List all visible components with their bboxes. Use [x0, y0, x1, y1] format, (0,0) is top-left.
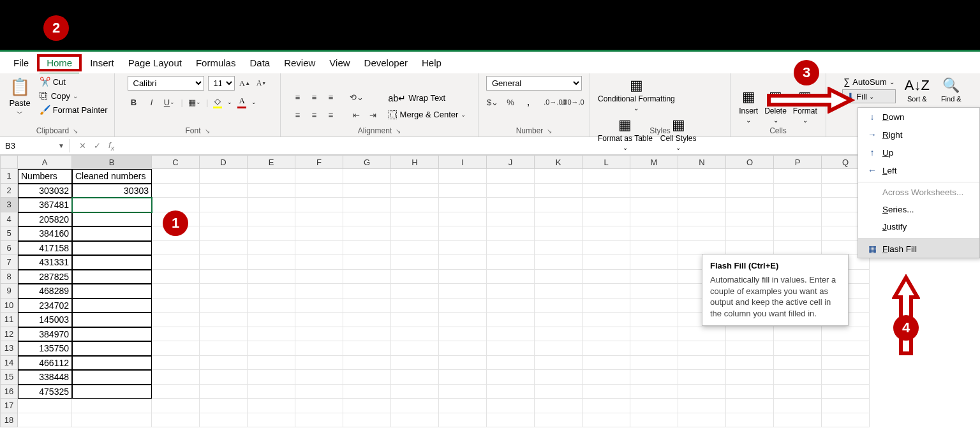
cell-O12[interactable] [726, 327, 774, 342]
cell-I16[interactable] [439, 385, 487, 399]
cell-J3[interactable] [487, 198, 535, 212]
font-size-select[interactable]: 11 [208, 76, 235, 91]
cell-B15[interactable] [72, 370, 152, 385]
cell-F9[interactable] [295, 284, 343, 299]
cell-C10[interactable] [152, 299, 200, 313]
row-header-6[interactable]: 6 [0, 241, 18, 256]
cell-D2[interactable] [200, 184, 248, 198]
row-header-7[interactable]: 7 [0, 255, 18, 270]
cell-K16[interactable] [535, 385, 583, 399]
font-name-select[interactable]: Calibri [128, 76, 204, 91]
cell-N2[interactable] [678, 184, 726, 198]
cell-F11[interactable] [295, 313, 343, 327]
increase-decimal-icon[interactable]: .0→.00 [549, 96, 561, 108]
col-header-A[interactable]: A [18, 155, 72, 169]
cell-A10[interactable]: 234702 [18, 299, 72, 313]
cell-O16[interactable] [726, 385, 774, 399]
cell-J6[interactable] [487, 241, 535, 256]
cell-M6[interactable] [630, 241, 678, 256]
cell-A11[interactable]: 145003 [18, 313, 72, 327]
cell-E2[interactable] [248, 184, 295, 198]
align-right-icon[interactable]: ≡ [325, 109, 338, 122]
cell-N12[interactable] [678, 327, 726, 342]
cell-F10[interactable] [295, 299, 343, 313]
row-header-16[interactable]: 16 [0, 385, 18, 399]
cell-M11[interactable] [630, 313, 678, 327]
cell-L16[interactable] [583, 385, 630, 399]
decrease-font-icon[interactable]: A▼ [255, 77, 268, 90]
cell-J8[interactable] [487, 270, 535, 284]
cell-E15[interactable] [248, 370, 295, 385]
cell-N3[interactable] [678, 198, 726, 212]
cell-H11[interactable] [391, 313, 439, 327]
cell-A5[interactable]: 384160 [18, 226, 72, 241]
cell-M13[interactable] [630, 341, 678, 356]
cell-J5[interactable] [487, 226, 535, 241]
cell-L6[interactable] [583, 241, 630, 256]
row-header-8[interactable]: 8 [0, 270, 18, 284]
cell-N15[interactable] [678, 370, 726, 385]
cell-J2[interactable] [487, 184, 535, 198]
cell-G6[interactable] [343, 241, 391, 256]
orientation-icon[interactable]: ⟲⌄ [350, 91, 363, 104]
cell-J7[interactable] [487, 255, 535, 270]
cell-P16[interactable] [774, 385, 822, 399]
align-top-icon[interactable]: ≡ [292, 91, 304, 104]
cell-K11[interactable] [535, 313, 583, 327]
number-launcher-icon[interactable]: ↘ [547, 128, 552, 135]
cell-P15[interactable] [774, 370, 822, 385]
cell-I8[interactable] [439, 270, 487, 284]
cell-M7[interactable] [630, 255, 678, 270]
col-header-G[interactable]: G [343, 155, 391, 169]
col-header-L[interactable]: L [583, 155, 630, 169]
cell-D13[interactable] [200, 341, 248, 356]
cell-P14[interactable] [774, 356, 822, 371]
cell-H16[interactable] [391, 385, 439, 399]
cell-P17[interactable] [774, 399, 822, 413]
cell-K1[interactable] [535, 169, 583, 184]
cell-G5[interactable] [343, 226, 391, 241]
tab-data[interactable]: Data [242, 53, 277, 73]
cell-H12[interactable] [391, 327, 439, 342]
row-header-9[interactable]: 9 [0, 284, 18, 299]
cell-J4[interactable] [487, 212, 535, 227]
cell-K5[interactable] [535, 226, 583, 241]
align-center-icon[interactable]: ≡ [308, 109, 321, 122]
cell-F7[interactable] [295, 255, 343, 270]
cell-B2[interactable]: 30303 [72, 184, 152, 198]
cell-A1[interactable]: Numbers [18, 169, 72, 184]
cell-L3[interactable] [583, 198, 630, 212]
cell-O13[interactable] [726, 341, 774, 356]
percent-format-icon[interactable]: % [504, 96, 517, 108]
cell-E5[interactable] [248, 226, 295, 241]
cell-I1[interactable] [439, 169, 487, 184]
cell-M16[interactable] [630, 385, 678, 399]
cell-J9[interactable] [487, 284, 535, 299]
cell-I15[interactable] [439, 370, 487, 385]
cell-A13[interactable]: 135750 [18, 341, 72, 356]
cell-G10[interactable] [343, 299, 391, 313]
col-header-F[interactable]: F [295, 155, 343, 169]
cell-J15[interactable] [487, 370, 535, 385]
cell-D10[interactable] [200, 299, 248, 313]
cell-O5[interactable] [726, 226, 774, 241]
cell-H14[interactable] [391, 356, 439, 371]
cell-C14[interactable] [152, 356, 200, 371]
increase-font-icon[interactable]: A▲ [239, 77, 251, 90]
align-middle-icon[interactable]: ≡ [308, 91, 321, 104]
cell-H6[interactable] [391, 241, 439, 256]
fill-up-item[interactable]: ↑Up [858, 144, 979, 161]
cell-E14[interactable] [248, 356, 295, 371]
cell-A17[interactable] [18, 399, 72, 413]
name-box[interactable]: B3▼ [0, 139, 70, 152]
cell-H7[interactable] [391, 255, 439, 270]
font-color-button[interactable]: A [237, 96, 246, 108]
cell-I12[interactable] [439, 327, 487, 342]
find-select-button[interactable]: 🔍Find & [939, 76, 964, 104]
cell-C9[interactable] [152, 284, 200, 299]
cell-A12[interactable]: 384970 [18, 327, 72, 342]
cell-D6[interactable] [200, 241, 248, 256]
cell-P2[interactable] [774, 184, 822, 198]
autosum-button[interactable]: ∑AutoSum ⌄ [842, 76, 895, 87]
sort-filter-button[interactable]: A↓ZSort & [902, 76, 932, 104]
